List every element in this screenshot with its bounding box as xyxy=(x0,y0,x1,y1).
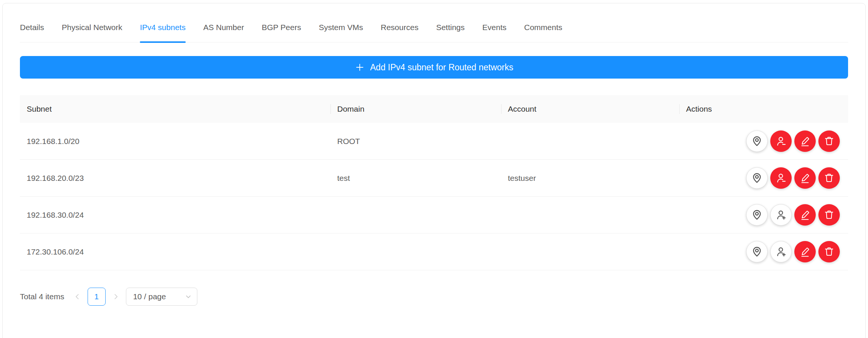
page-size-select[interactable]: 10 / page xyxy=(126,288,197,306)
tab-details[interactable]: Details xyxy=(20,23,44,42)
trash-icon xyxy=(823,172,835,184)
subnet-cell: 192.168.1.0/20 xyxy=(20,137,330,146)
column-header-subnet: Subnet xyxy=(20,95,330,123)
table-row: 192.168.30.0/24 xyxy=(20,197,848,233)
domain-cell: ROOT xyxy=(330,137,501,146)
user-minus-icon xyxy=(775,172,787,184)
table-row: 192.168.20.0/23 test testuser xyxy=(20,160,848,197)
column-header-domain: Domain xyxy=(330,95,501,123)
edit-icon xyxy=(799,246,811,258)
pagination-next-button[interactable] xyxy=(111,288,120,306)
release-dedicated-subnet-button[interactable] xyxy=(770,130,792,152)
chevron-left-icon xyxy=(73,293,82,301)
user-plus-icon xyxy=(775,246,787,258)
tab-resources[interactable]: Resources xyxy=(381,23,418,42)
tab-system-vms[interactable]: System VMs xyxy=(319,23,363,42)
user-minus-icon xyxy=(775,135,787,147)
tab-bgp-peers[interactable]: BGP Peers xyxy=(262,23,301,42)
subnet-cell: 192.168.20.0/23 xyxy=(20,174,330,183)
pagination-total: Total 4 items xyxy=(20,292,64,301)
table-header-row: Subnet Domain Account Actions xyxy=(20,95,848,123)
location-pin-icon xyxy=(751,246,763,258)
view-ip-ranges-button[interactable] xyxy=(746,130,768,152)
edit-subnet-button[interactable] xyxy=(794,167,816,189)
table-row: 192.168.1.0/20 ROOT xyxy=(20,123,848,160)
add-ipv4-subnet-button-label: Add IPv4 subnet for Routed networks xyxy=(370,62,514,73)
tab-events[interactable]: Events xyxy=(482,23,506,42)
add-ipv4-subnet-button[interactable]: Add IPv4 subnet for Routed networks xyxy=(20,56,848,79)
column-header-account: Account xyxy=(501,95,679,123)
edit-subnet-button[interactable] xyxy=(794,130,816,152)
tab-as-number[interactable]: AS Number xyxy=(203,23,244,42)
view-ip-ranges-button[interactable] xyxy=(746,167,768,189)
user-plus-icon xyxy=(775,209,787,221)
location-pin-icon xyxy=(751,172,763,184)
trash-icon xyxy=(823,246,835,258)
content-card: Details Physical Network IPv4 subnets AS… xyxy=(2,3,866,338)
plus-icon xyxy=(355,62,365,72)
delete-subnet-button[interactable] xyxy=(818,241,840,262)
page-size-select-value: 10 / page xyxy=(133,292,166,301)
delete-subnet-button[interactable] xyxy=(818,204,840,226)
actions-cell xyxy=(679,167,848,189)
domain-cell: test xyxy=(330,174,501,183)
location-pin-icon xyxy=(751,135,763,147)
pagination: Total 4 items 1 10 / page xyxy=(20,288,848,306)
tab-ipv4-subnets[interactable]: IPv4 subnets xyxy=(140,23,185,42)
dedicate-subnet-button[interactable] xyxy=(770,204,792,226)
chevron-down-icon xyxy=(185,293,192,300)
edit-icon xyxy=(799,209,811,221)
actions-cell xyxy=(679,204,848,226)
trash-icon xyxy=(823,209,835,221)
table-row: 172.30.106.0/24 xyxy=(20,233,848,270)
view-ip-ranges-button[interactable] xyxy=(746,241,768,262)
subnet-cell: 172.30.106.0/24 xyxy=(20,247,330,256)
tab-physical-network[interactable]: Physical Network xyxy=(62,23,122,42)
delete-subnet-button[interactable] xyxy=(818,130,840,152)
edit-subnet-button[interactable] xyxy=(794,241,816,262)
view-ip-ranges-button[interactable] xyxy=(746,204,768,226)
subnet-cell: 192.168.30.0/24 xyxy=(20,211,330,220)
pagination-page-1-button[interactable]: 1 xyxy=(88,288,106,306)
release-dedicated-subnet-button[interactable] xyxy=(770,167,792,189)
chevron-right-icon xyxy=(112,293,120,301)
location-pin-icon xyxy=(751,209,763,221)
edit-subnet-button[interactable] xyxy=(794,204,816,226)
actions-cell xyxy=(679,130,848,152)
ipv4-subnets-table: Subnet Domain Account Actions 192.168.1.… xyxy=(20,95,848,270)
trash-icon xyxy=(823,135,835,147)
column-header-actions: Actions xyxy=(679,95,848,123)
edit-icon xyxy=(799,135,811,147)
actions-cell xyxy=(679,241,848,262)
tab-comments[interactable]: Comments xyxy=(524,23,562,42)
dedicate-subnet-button[interactable] xyxy=(770,241,792,262)
tab-settings[interactable]: Settings xyxy=(436,23,465,42)
delete-subnet-button[interactable] xyxy=(818,167,840,189)
edit-icon xyxy=(799,172,811,184)
account-cell: testuser xyxy=(501,174,679,183)
tab-bar: Details Physical Network IPv4 subnets AS… xyxy=(20,3,848,42)
pagination-prev-button[interactable] xyxy=(73,288,82,306)
